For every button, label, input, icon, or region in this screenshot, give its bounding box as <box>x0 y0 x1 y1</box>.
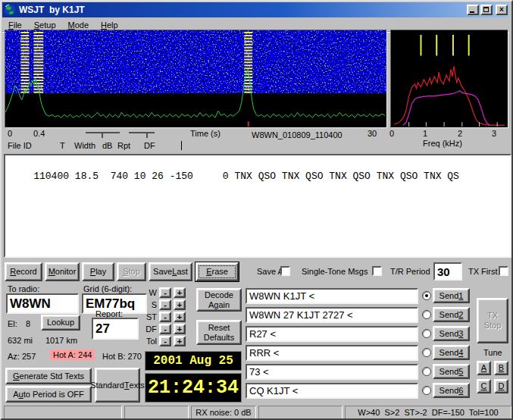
tune-b-button[interactable]: B <box>494 361 508 375</box>
col-file-id: File ID <box>8 141 32 150</box>
send-1-radio[interactable] <box>422 291 431 300</box>
wsjt-window: WSJT by K1JT × File Setup Mode Help <box>0 0 513 420</box>
maximize-icon <box>483 7 489 12</box>
record-button[interactable]: Record <box>5 262 42 281</box>
time-axis-marker-value: 0.4 <box>33 129 45 138</box>
el-value: 8 <box>26 319 30 328</box>
status-panel-2 <box>124 406 189 419</box>
time-axis-end: 30 <box>368 129 377 138</box>
st-plus-button[interactable]: + <box>174 312 186 322</box>
st-minus-button[interactable]: - <box>159 312 171 322</box>
time-axis-start: 0 <box>8 129 12 138</box>
play-button[interactable]: Play <box>82 262 114 281</box>
erase-label: Erase <box>206 267 228 277</box>
single-tone-checkbox[interactable] <box>372 266 382 276</box>
tol-minus-button[interactable]: - <box>159 336 171 346</box>
tune-c-button[interactable]: C <box>477 379 491 393</box>
s-plus-button[interactable]: + <box>174 299 186 310</box>
send-2-button[interactable]: Send 2 <box>433 307 470 322</box>
tol-plus-button[interactable]: + <box>174 336 186 346</box>
monitor-button[interactable]: Monitor <box>45 262 80 281</box>
s-minus-button[interactable]: - <box>159 299 171 310</box>
send-1-button[interactable]: Send 1 <box>433 288 470 303</box>
lookup-button[interactable]: Lookup <box>41 315 80 331</box>
tr-period-input[interactable] <box>433 262 462 281</box>
tx-stop-button: TX Stop <box>477 298 508 343</box>
send-5-button[interactable]: Send 5 <box>433 364 470 379</box>
send-3-radio[interactable] <box>422 329 431 338</box>
report-input[interactable] <box>92 318 139 340</box>
hot-a-badge: Hot A: 244 <box>50 349 95 360</box>
maximize-button[interactable] <box>480 5 493 15</box>
tx-first-checkbox[interactable] <box>499 266 508 276</box>
time-marker-handles[interactable] <box>85 131 158 140</box>
distance-km: 1017 km <box>45 336 77 345</box>
freq-axis-label: Freq (kHz) <box>423 139 462 148</box>
app-globe-icon <box>4 4 16 16</box>
standard-texts-button[interactable]: Standard Texts <box>95 368 140 403</box>
message-1-input[interactable] <box>246 288 418 304</box>
message-4-input[interactable] <box>246 345 418 361</box>
spinner-label-w: W <box>140 288 157 297</box>
send-2-radio[interactable] <box>422 310 431 319</box>
send-6-button[interactable]: Send 6 <box>433 383 470 398</box>
file-id-label: W8WN_010809_110400 <box>252 130 343 139</box>
generate-std-texts-button[interactable]: Generate Std Texts <box>5 368 92 384</box>
send-4-radio[interactable] <box>422 348 431 357</box>
time-display: 21:24:34 <box>145 373 242 403</box>
df-plus-button[interactable]: + <box>174 324 186 334</box>
spinner-label-s: S <box>140 300 157 309</box>
auto-period-button[interactable]: Auto Period is OFF <box>5 386 92 403</box>
w-minus-button[interactable]: - <box>159 287 171 298</box>
spinner-label-df: DF <box>140 324 157 334</box>
w-plus-button[interactable]: + <box>174 287 186 298</box>
send-5-radio[interactable] <box>422 367 431 376</box>
stop-button: Stop <box>117 262 146 281</box>
message-3-input[interactable] <box>246 326 418 342</box>
decoded-line: 110400 18.5 740 10 26 -150 0 TNX QSO TNX… <box>33 171 459 182</box>
grid-label: Grid (6-digit): <box>83 284 132 293</box>
decoded-text-area[interactable]: 110400 18.5 740 10 26 -150 0 TNX QSO TNX… <box>4 154 511 258</box>
noise-field <box>5 30 386 93</box>
reset-defaults-button[interactable]: Reset Defaults <box>196 320 242 345</box>
message-5-input[interactable] <box>246 364 418 380</box>
save-all-checkbox[interactable] <box>280 266 290 276</box>
single-tone-label: Single-Tone Msgs <box>302 267 368 276</box>
close-button[interactable]: × <box>496 5 508 15</box>
freq-tick-3: 3 <box>492 129 496 138</box>
spectrum-display <box>390 30 508 128</box>
message-2-input[interactable] <box>246 307 418 323</box>
azimuth-value: Az: 257 <box>8 352 36 361</box>
save-last-button[interactable]: Save Last <box>149 262 192 281</box>
message-6-input[interactable] <box>246 383 418 399</box>
el-label: El: <box>8 319 17 328</box>
send-3-button[interactable]: Send 3 <box>433 326 470 341</box>
spinner-label-tol: Tol <box>140 337 157 346</box>
col-df: DF <box>144 141 155 150</box>
col-t: T <box>60 141 65 150</box>
minimize-button[interactable] <box>467 5 479 15</box>
title-bar: WSJT by K1JT × <box>2 2 509 17</box>
col-rpt: Rpt <box>117 141 130 150</box>
hot-b-value: Hot B: 270 <box>102 352 142 361</box>
close-icon: × <box>499 6 504 14</box>
distance-mi: 632 mi <box>8 336 33 345</box>
tune-a-button[interactable]: A <box>477 361 491 375</box>
decode-again-button[interactable]: Decode Again <box>196 288 242 312</box>
col-width: Width <box>74 141 95 150</box>
to-radio-label: To radio: <box>8 284 39 293</box>
tune-d-button[interactable]: D <box>494 379 508 393</box>
df-minus-button[interactable]: - <box>159 324 171 334</box>
tr-period-label: T/R Period <box>390 267 430 276</box>
window-title: WSJT by K1JT <box>19 5 465 15</box>
status-rx-noise: RX noise: 0 dB <box>191 406 256 419</box>
erase-button[interactable]: Erase <box>196 262 239 281</box>
spinner-label-st: ST <box>140 312 157 321</box>
send-4-button[interactable]: Send 4 <box>433 345 470 360</box>
send-6-radio[interactable] <box>422 386 431 395</box>
to-radio-input[interactable] <box>6 293 79 314</box>
time-axis-label: Time (s) <box>190 129 221 138</box>
date-display: 2001 Aug 25 <box>145 351 242 371</box>
status-panel-1 <box>4 406 122 419</box>
tx-first-label: TX First <box>468 267 498 276</box>
